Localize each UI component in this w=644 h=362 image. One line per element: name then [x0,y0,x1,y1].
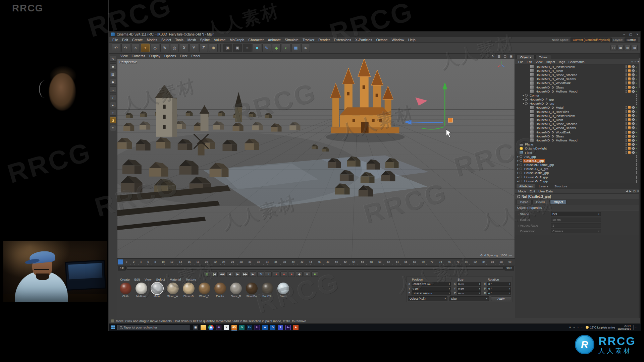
z-axis-icon[interactable]: Z [199,44,208,52]
rotation-p-field[interactable]: 0 ° [487,287,511,291]
attribute-control[interactable]: Camera▾ [551,229,601,233]
adobe-icon[interactable]: A [293,325,299,330]
material-tile[interactable]: Stone_W [166,283,180,298]
uv-tag-icon[interactable] [632,151,635,154]
key-icon[interactable]: ◆ [296,272,303,277]
render-view-icon[interactable]: ▣ [223,44,232,52]
uv-tag-icon[interactable] [632,77,635,80]
uv-tag-icon[interactable] [632,106,635,109]
menu-item[interactable]: Character [246,38,266,42]
apply-button[interactable]: Apply [491,296,511,301]
uv-tag-icon[interactable] [632,147,635,150]
object-row[interactable]: HouseMD_D_Mullions_Wood [515,89,640,93]
phong-tag-icon[interactable] [635,134,638,138]
uv-tag-icon[interactable] [632,122,635,125]
object-row[interactable]: ▸ HouseLG_F_grp [515,175,640,179]
snap-icon[interactable]: ≡ [110,125,116,131]
object-label[interactable]: HouseMD_D_Stone_Stacked [535,122,578,126]
object-label[interactable]: OctaneDaylight [524,146,548,150]
task-view-icon[interactable]: ▦ [193,325,198,330]
visibility-dots-icon[interactable] [625,118,627,122]
object-label[interactable]: HouseMD_D_Mullions_Wood [535,89,578,93]
menu-item[interactable]: Create [130,38,145,42]
visibility-dots-icon[interactable] [625,65,627,69]
object-row[interactable]: HouseMD_D_WoodDark [515,81,640,85]
texture-tag-icon[interactable] [628,86,631,89]
object-row[interactable]: HouseMD_D_Stone_Stacked [515,73,640,77]
clock[interactable]: 20:0118/09/2021 [618,324,631,330]
rows-view-icon[interactable]: ▤ [632,45,638,51]
menu-item[interactable]: Octane [374,38,390,42]
object-manager-menu-item[interactable]: Edit [525,60,534,64]
material-tile[interactable]: Glass [276,283,290,298]
visibility-dots-icon[interactable] [625,126,627,130]
visibility-dots-icon[interactable] [625,69,627,73]
volume-icon[interactable]: ▦ [291,44,300,52]
texture-tag-icon[interactable] [628,122,631,125]
visibility-dots-icon[interactable] [625,134,627,138]
object-label[interactable]: Plane [524,142,534,146]
pen-icon[interactable]: ✎ [262,44,271,52]
uv-tag-icon[interactable] [632,69,635,72]
object-label[interactable]: HouseCastle_grp [523,171,550,175]
object-manager-menu-item[interactable]: Bookmarks [567,60,586,64]
phong-tag-icon[interactable] [635,114,638,118]
menu-item[interactable]: Animate [266,38,283,42]
object-label[interactable]: HouseMD_D_PlasterYellow [535,114,576,118]
attribute-control[interactable]: 10 cm▾ [551,218,601,222]
texture-tag-icon[interactable] [628,73,631,76]
phong-tag-icon[interactable] [635,69,638,73]
object-label[interactable]: HouseMD_D_Glass [535,134,565,138]
expand-arrow-icon[interactable]: ▾ [522,102,525,105]
phong-tag-icon[interactable] [635,65,638,69]
fields-icon[interactable]: ≈ [301,44,310,52]
x-particles-icon[interactable]: X [224,325,229,330]
start-button[interactable] [109,324,117,331]
menu-item[interactable]: Tracker [301,38,316,42]
goto-start-icon[interactable]: |◀ [211,272,218,277]
object-row[interactable]: HouseMD_D_Wood_Beams [515,126,640,130]
texture-tag-icon[interactable] [628,139,631,142]
object-row[interactable]: HouseMD_D_Cloth [515,69,640,73]
object-manager-menu-item[interactable]: Tags [557,60,567,64]
menu-item[interactable]: Window [390,38,406,42]
uv-tag-icon[interactable] [632,90,635,93]
object-label[interactable]: HouseLG_F_grp [523,175,549,179]
expand-arrow-icon[interactable]: ▸ [517,155,520,158]
object-manager-tab[interactable]: Objects [517,55,535,59]
texture-tag-icon[interactable] [628,118,631,121]
material-tile[interactable]: RoofTile [260,283,274,298]
expand-arrow-icon[interactable]: ▸ [517,167,520,170]
phong-tag-icon[interactable] [635,138,638,142]
maximize-button[interactable]: ▢ [629,33,632,36]
visibility-dots-icon[interactable] [636,159,638,163]
uv-tag-icon[interactable] [632,86,635,89]
visibility-dots-icon[interactable] [636,98,638,101]
phong-tag-icon[interactable] [635,122,638,126]
material-menu-item[interactable]: Texture [183,278,199,281]
timeline-scrollbar[interactable] [126,266,504,270]
redo-icon[interactable]: ↷ [121,44,130,52]
menu-item[interactable]: Volume [212,38,228,42]
menu-item[interactable]: X-Particles [353,38,374,42]
texture-tag-icon[interactable] [628,147,631,150]
undo-icon[interactable]: ↶ [112,44,120,52]
node-space-select[interactable]: Current (Standard/Physical) [571,38,612,42]
weather-widget[interactable]: 16°C La pluie arrive [586,326,615,329]
simulate-icon[interactable]: ◐ [282,44,290,52]
points-mode-icon[interactable]: ∴ [110,86,116,93]
texture-tag-icon[interactable] [628,69,631,72]
expand-arrow-icon[interactable]: ▸ [522,94,525,97]
menu-item[interactable]: Render [316,38,332,42]
phong-tag-icon[interactable] [635,77,638,81]
material-tile[interactable]: Metal [150,283,164,298]
photoshop-icon[interactable]: Ps [247,325,252,330]
close-button[interactable]: × [636,33,638,36]
visibility-dots-icon[interactable] [636,163,638,167]
object-row[interactable]: HouseMD_D_Wood_Beams [515,77,640,81]
expand-arrow-icon[interactable]: ▸ [517,163,520,166]
expand-arrow-icon[interactable]: ▸ [522,98,525,101]
visibility-dots-icon[interactable] [625,106,627,109]
om-search-icon[interactable]: ○ [631,60,633,63]
position-y-field[interactable]: 0 cm [412,287,451,291]
